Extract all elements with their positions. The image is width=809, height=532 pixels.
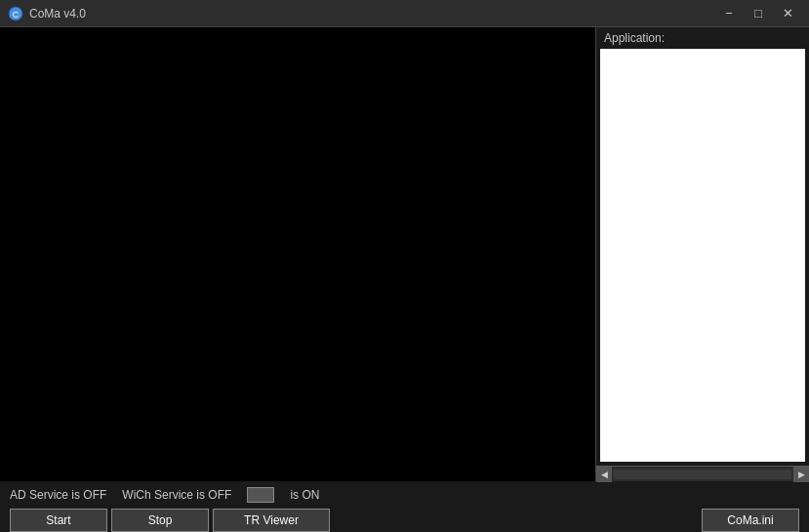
close-button[interactable]: ✕	[774, 4, 801, 23]
status-row: AD Service is OFF WiCh Service is OFF is…	[10, 487, 799, 503]
coma-ini-button[interactable]: CoMa.ini	[702, 509, 799, 532]
app-title: CoMa v4.0	[29, 7, 86, 20]
window-controls: − □ ✕	[715, 4, 801, 23]
tr-viewer-button[interactable]: TR Viewer	[213, 509, 330, 532]
wich-service-status: WiCh Service is OFF	[122, 488, 231, 502]
right-panel: Application: ◀ ▶	[595, 27, 809, 481]
scrollbar-right-button[interactable]: ▶	[793, 467, 809, 482]
application-label: Application:	[596, 27, 809, 49]
scrollbar-track[interactable]	[614, 470, 791, 479]
stop-button[interactable]: Stop	[111, 509, 209, 532]
application-display	[600, 49, 805, 462]
maximize-button[interactable]: □	[745, 4, 772, 23]
scrollbar-left-button[interactable]: ◀	[596, 467, 612, 482]
main-layout: Application: ◀ ▶	[0, 27, 809, 481]
is-on-label: is ON	[290, 488, 319, 502]
horizontal-scrollbar: ◀ ▶	[596, 466, 809, 481]
controls-area: AD Service is OFF WiCh Service is OFF is…	[0, 481, 809, 532]
minimize-button[interactable]: −	[715, 4, 743, 23]
start-button[interactable]: Start	[10, 509, 107, 532]
ad-service-status: AD Service is OFF	[10, 488, 106, 502]
title-bar: C CoMa v4.0 − □ ✕	[0, 0, 809, 27]
app-icon: C	[8, 6, 23, 21]
status-indicator-box	[247, 487, 274, 503]
button-row-1: Start Stop TR Viewer CoMa.ini	[10, 509, 799, 532]
svg-text:C: C	[13, 10, 20, 20]
title-bar-left: C CoMa v4.0	[8, 6, 86, 21]
left-panel	[0, 27, 595, 481]
